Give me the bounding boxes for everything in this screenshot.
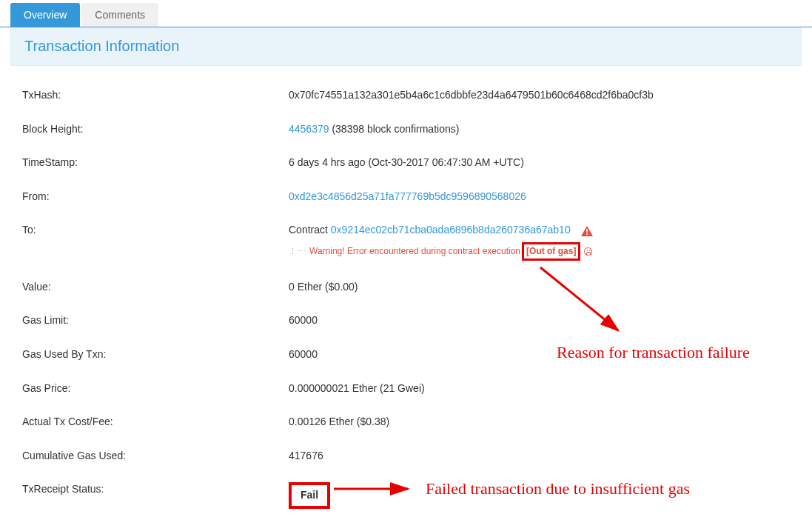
row-value: Value: 0 Ether ($0.00)	[22, 280, 790, 295]
row-from: From: 0xd2e3c4856d25a71fa777769b5dc95968…	[22, 190, 790, 204]
row-actual-cost: Actual Tx Cost/Fee: 0.00126 Ether ($0.38…	[22, 415, 790, 430]
content: TxHash: 0x70fc74551a132a301e5b4a6c1c6dbb…	[0, 66, 812, 517]
svg-rect-1	[586, 233, 588, 235]
row-to: To: Contract 0x9214ec02cb71cba0ada6896b8…	[22, 223, 790, 260]
row-block-height: Block Height: 4456379 (38398 block confi…	[22, 122, 790, 137]
svg-rect-0	[586, 229, 588, 233]
value-gas-price: 0.000000021 Ether (21 Gwei)	[289, 381, 790, 396]
label-value: Value:	[22, 280, 289, 295]
label-from: From:	[22, 190, 289, 204]
warning-line: ⋮⋯ Warning! Error encountered during con…	[289, 242, 790, 261]
tabs: Overview Comments	[0, 0, 812, 27]
label-gas-limit: Gas Limit:	[22, 313, 289, 328]
value-actual-cost: 0.00126 Ether ($0.38)	[289, 415, 790, 430]
sad-face-icon	[584, 247, 592, 256]
tab-overview[interactable]: Overview	[10, 3, 80, 27]
fail-status-box: Fail	[289, 482, 330, 509]
to-prefix: Contract	[289, 224, 331, 236]
value-value: 0 Ether ($0.00)	[289, 280, 790, 295]
row-gas-price: Gas Price: 0.000000021 Ether (21 Gwei)	[22, 381, 790, 396]
to-address-link[interactable]: 0x9214ec02cb71cba0ada6896b8da260736a67ab…	[331, 224, 571, 236]
row-txhash: TxHash: 0x70fc74551a132a301e5b4a6c1c6dbb…	[22, 88, 790, 103]
section-title: Transaction Information	[10, 27, 802, 66]
label-cumulative-gas: Cumulative Gas Used:	[22, 449, 289, 464]
label-gas-price: Gas Price:	[22, 381, 289, 396]
label-block-height: Block Height:	[22, 122, 289, 137]
value-timestamp: 6 days 4 hrs ago (Oct-30-2017 06:47:30 A…	[289, 156, 790, 170]
annotation-arrow-reason	[533, 260, 644, 349]
label-gas-used: Gas Used By Txn:	[22, 347, 289, 362]
value-gas-used: 60000	[289, 347, 790, 362]
warning-text: Warning! Error encountered during contra…	[309, 245, 520, 258]
row-receipt-status: TxReceipt Status: Fail	[22, 482, 790, 509]
value-txhash: 0x70fc74551a132a301e5b4a6c1c6dbbfe23d4a6…	[289, 88, 790, 103]
label-receipt-status: TxReceipt Status:	[22, 482, 289, 497]
label-actual-cost: Actual Tx Cost/Fee:	[22, 415, 289, 430]
from-address-link[interactable]: 0xd2e3c4856d25a71fa777769b5dc95968905680…	[289, 190, 526, 202]
tab-comments[interactable]: Comments	[81, 3, 158, 27]
row-gas-used: Gas Used By Txn: 60000	[22, 347, 790, 362]
value-cumulative-gas: 417676	[289, 449, 790, 464]
tree-connector-icon: ⋮⋯	[289, 246, 306, 257]
row-gas-limit: Gas Limit: 60000	[22, 313, 790, 328]
warning-triangle-icon	[581, 226, 593, 236]
value-receipt-status: Fail	[289, 482, 790, 509]
label-timestamp: TimeStamp:	[22, 156, 289, 170]
value-to: Contract 0x9214ec02cb71cba0ada6896b8da26…	[289, 223, 790, 260]
value-gas-limit: 60000	[289, 313, 790, 328]
label-to: To:	[22, 223, 289, 238]
label-txhash: TxHash:	[22, 88, 289, 103]
row-cumulative-gas: Cumulative Gas Used: 417676	[22, 449, 790, 464]
warning-reason-box: [Out of gas]	[522, 242, 580, 261]
value-from: 0xd2e3c4856d25a71fa777769b5dc95968905680…	[289, 190, 790, 204]
row-timestamp: TimeStamp: 6 days 4 hrs ago (Oct-30-2017…	[22, 156, 790, 170]
value-block-height: 4456379 (38398 block confirmations)	[289, 122, 790, 137]
block-height-link[interactable]: 4456379	[289, 123, 329, 135]
block-confirmations: (38398 block confirmations)	[329, 123, 460, 135]
